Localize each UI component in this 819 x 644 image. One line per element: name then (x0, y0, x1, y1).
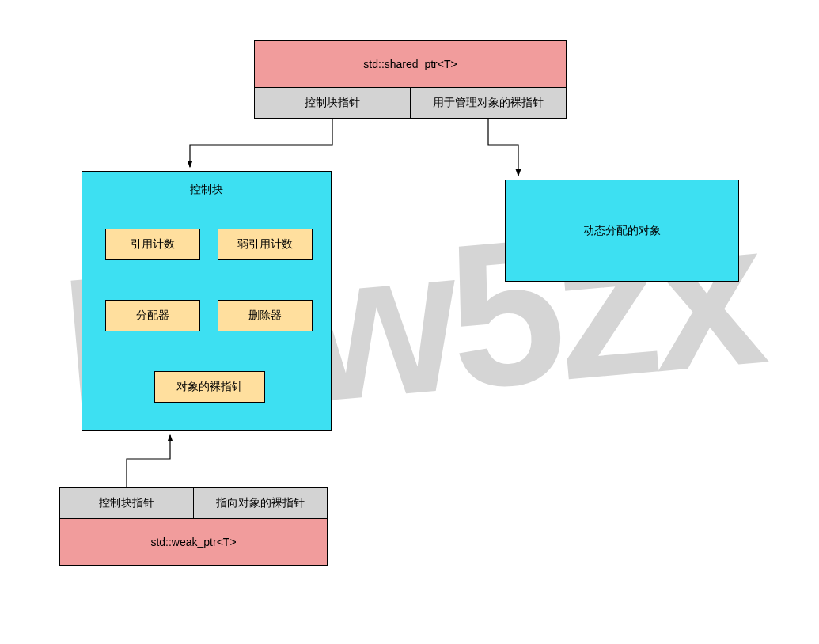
deleter-box: 删除器 (218, 300, 313, 331)
weak-ptr-right-cell: 指向对象的裸指针 (193, 487, 328, 519)
ref-count-box: 引用计数 (105, 229, 200, 260)
weak-ref-count-box: 弱引用计数 (218, 229, 313, 260)
control-block-title: 控制块 (82, 172, 331, 197)
allocator-box: 分配器 (105, 300, 200, 331)
dynamic-object-box: 动态分配的对象 (505, 180, 739, 282)
shared-ptr-title: std::shared_ptr<T> (254, 40, 567, 88)
shared-ptr-left-cell: 控制块指针 (254, 87, 411, 119)
weak-ptr-left-cell: 控制块指针 (59, 487, 194, 519)
shared-ptr-right-cell: 用于管理对象的裸指针 (410, 87, 567, 119)
weak-ptr-title: std::weak_ptr<T> (59, 518, 328, 566)
raw-ptr-box: 对象的裸指针 (154, 371, 265, 403)
